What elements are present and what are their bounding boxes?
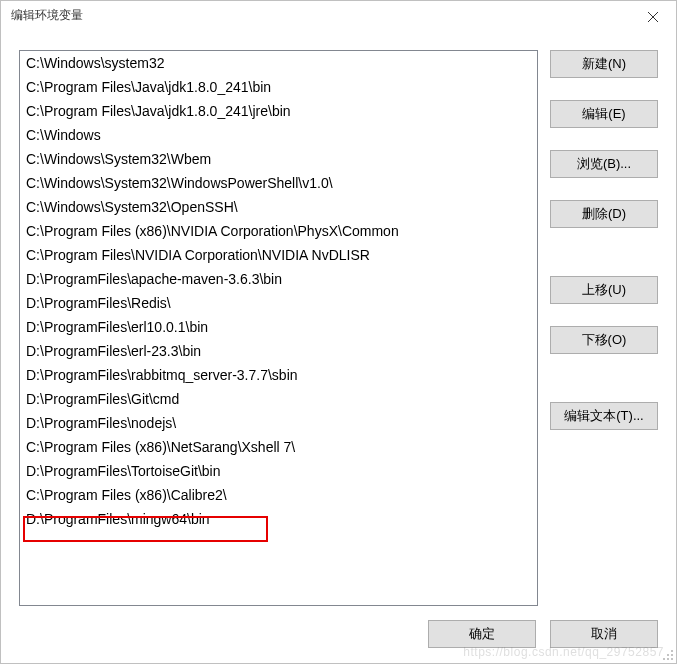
footer: 确定 取消: [1, 616, 676, 663]
list-item[interactable]: D:\ProgramFiles\apache-maven-3.6.3\bin: [20, 267, 537, 291]
list-item[interactable]: C:\Program Files (x86)\NVIDIA Corporatio…: [20, 219, 537, 243]
list-item[interactable]: C:\Windows\system32: [20, 51, 537, 75]
list-item[interactable]: C:\Windows\System32\OpenSSH\: [20, 195, 537, 219]
content-area: C:\Windows\system32 C:\Program Files\Jav…: [1, 30, 676, 616]
list-item[interactable]: D:\ProgramFiles\mingw64\bin: [20, 507, 537, 531]
side-buttons: 新建(N) 编辑(E) 浏览(B)... 删除(D) 上移(U) 下移(O) 编…: [550, 50, 658, 606]
list-item[interactable]: D:\ProgramFiles\erl10.0.1\bin: [20, 315, 537, 339]
path-listbox[interactable]: C:\Windows\system32 C:\Program Files\Jav…: [19, 50, 538, 606]
list-item[interactable]: C:\Program Files\NVIDIA Corporation\NVID…: [20, 243, 537, 267]
list-item[interactable]: D:\ProgramFiles\TortoiseGit\bin: [20, 459, 537, 483]
list-item[interactable]: C:\Program Files (x86)\Calibre2\: [20, 483, 537, 507]
list-item[interactable]: C:\Windows\System32\Wbem: [20, 147, 537, 171]
list-item[interactable]: C:\Windows: [20, 123, 537, 147]
move-up-button[interactable]: 上移(U): [550, 276, 658, 304]
close-icon: [648, 12, 658, 22]
window-title: 编辑环境变量: [11, 7, 83, 24]
titlebar: 编辑环境变量: [1, 1, 676, 30]
delete-button[interactable]: 删除(D): [550, 200, 658, 228]
move-down-button[interactable]: 下移(O): [550, 326, 658, 354]
list-item[interactable]: C:\Program Files (x86)\NetSarang\Xshell …: [20, 435, 537, 459]
cancel-button[interactable]: 取消: [550, 620, 658, 648]
list-item[interactable]: D:\ProgramFiles\rabbitmq_server-3.7.7\sb…: [20, 363, 537, 387]
list-item[interactable]: D:\ProgramFiles\Redis\: [20, 291, 537, 315]
ok-button[interactable]: 确定: [428, 620, 536, 648]
list-item[interactable]: C:\Program Files\Java\jdk1.8.0_241\bin: [20, 75, 537, 99]
list-item[interactable]: D:\ProgramFiles\erl-23.3\bin: [20, 339, 537, 363]
edit-text-button[interactable]: 编辑文本(T)...: [550, 402, 658, 430]
list-item[interactable]: C:\Windows\System32\WindowsPowerShell\v1…: [20, 171, 537, 195]
browse-button[interactable]: 浏览(B)...: [550, 150, 658, 178]
close-button[interactable]: [630, 1, 676, 33]
dialog-window: 编辑环境变量 C:\Windows\system32 C:\Program Fi…: [0, 0, 677, 664]
list-item[interactable]: D:\ProgramFiles\nodejs\: [20, 411, 537, 435]
edit-button[interactable]: 编辑(E): [550, 100, 658, 128]
list-item[interactable]: D:\ProgramFiles\Git\cmd: [20, 387, 537, 411]
new-button[interactable]: 新建(N): [550, 50, 658, 78]
list-item[interactable]: C:\Program Files\Java\jdk1.8.0_241\jre\b…: [20, 99, 537, 123]
